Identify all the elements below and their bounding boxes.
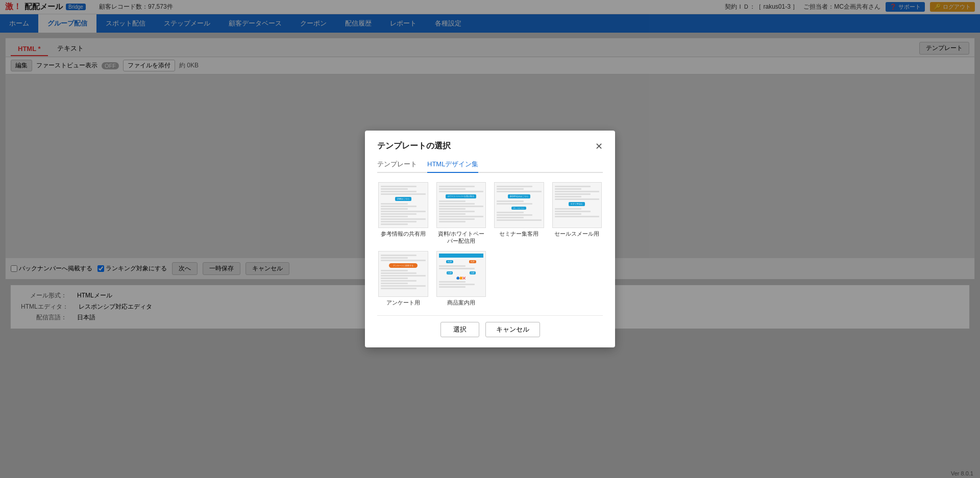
modal-header: テンプレートの選択 ✕: [377, 141, 603, 152]
template-grid-row1: 詳細はこちら 参考情報の共有用: [377, 181, 603, 246]
modal-tab-bar: テンプレート HTMLデザイン集: [377, 160, 603, 173]
template-label-3: セミナー集客用: [494, 230, 544, 237]
template-card-4[interactable]: 今すぐ申込む セールスメール用: [551, 181, 603, 246]
modal-tab-template[interactable]: テンプレート: [377, 160, 417, 173]
modal-title: テンプレートの選択: [377, 141, 451, 152]
template-card-2[interactable]: ホワイトペーパーを受け取る 資料/ホワイトペーパー配信用: [435, 181, 487, 246]
template-grid-row2: アンケートに回答する アンケート用: [377, 250, 603, 307]
template-label-2: 資料/ホワイトペーパー配信用: [436, 230, 486, 245]
modal-overlay[interactable]: テンプレートの選択 ✕ テンプレート HTMLデザイン集 詳細はこちら: [0, 0, 980, 478]
template-thumb-1: 詳細はこちら: [378, 182, 428, 228]
modal-cancel-button[interactable]: キャンセル: [485, 322, 540, 337]
template-card-3[interactable]: 参加申込みはこちら 詳しくはこちら セミナー集客用: [493, 181, 545, 246]
modal-close-button[interactable]: ✕: [595, 142, 603, 151]
template-thumb-6: 商品A 商品B 詳細A 詳細B 🔵🟠❌: [436, 251, 486, 297]
template-selection-modal: テンプレートの選択 ✕ テンプレート HTMLデザイン集 詳細はこちら: [365, 131, 615, 347]
modal-footer: 選択 キャンセル: [377, 315, 603, 337]
template-label-1: 参考情報の共有用: [378, 230, 428, 237]
template-card-6[interactable]: 商品A 商品B 詳細A 詳細B 🔵🟠❌: [435, 250, 487, 307]
template-label-6: 商品案内用: [436, 299, 486, 306]
template-thumb-3: 参加申込みはこちら 詳しくはこちら: [494, 182, 544, 228]
template-card-5[interactable]: アンケートに回答する アンケート用: [377, 250, 429, 307]
template-thumb-4: 今すぐ申込む: [552, 182, 602, 228]
template-thumb-2: ホワイトペーパーを受け取る: [436, 182, 486, 228]
modal-tab-html-design[interactable]: HTMLデザイン集: [427, 160, 478, 173]
template-label-5: アンケート用: [378, 299, 428, 306]
template-card-1[interactable]: 詳細はこちら 参考情報の共有用: [377, 181, 429, 246]
template-label-4: セールスメール用: [552, 230, 602, 237]
select-button[interactable]: 選択: [440, 322, 479, 337]
template-thumb-5: アンケートに回答する: [378, 251, 428, 297]
